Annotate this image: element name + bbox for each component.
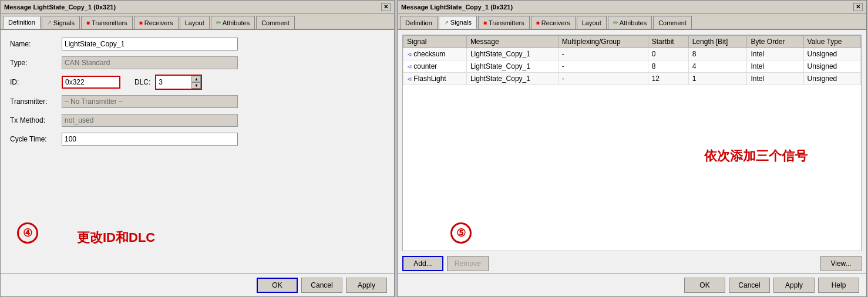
left-tab-attributes-label: Attributes [223, 19, 250, 26]
dlc-increment-button[interactable]: ▲ [191, 76, 201, 82]
transmitter-row: Transmitter: [10, 95, 385, 109]
right-annotation-number: ⑤ [456, 227, 466, 239]
dlc-label: DLC: [134, 78, 150, 86]
transmitter-input[interactable] [62, 95, 238, 108]
dlc-spinner-wrapper: ▲ ▼ [155, 75, 202, 90]
table-row[interactable]: ⊲ counter LightState_Copy_1 - 8 4 Intel … [403, 60, 861, 73]
right-tab-comment-label: Comment [658, 19, 687, 26]
byte-order-cell: Intel [747, 48, 803, 60]
type-label: Type: [10, 59, 57, 67]
right-tab-receivers-label: Receivers [541, 19, 570, 26]
mux-cell: - [558, 73, 648, 85]
message-cell: LightState_Copy_1 [466, 60, 558, 73]
cycle-time-input[interactable] [62, 133, 238, 146]
name-row: Name: [10, 37, 385, 51]
right-title-bar: Message LightState_Copy_1 (0x321) ✕ [398, 1, 866, 14]
right-bottom-bar: OK Cancel Apply Help [398, 274, 866, 296]
left-tab-receivers-label: Receivers [144, 19, 173, 26]
left-tab-definition[interactable]: Definition [3, 16, 41, 29]
right-tab-layout-label: Layout [582, 19, 601, 26]
startbit-cell: 0 [648, 48, 688, 60]
view-button[interactable]: View... [820, 256, 862, 271]
table-row[interactable]: ⊲ FlashLight LightState_Copy_1 - 12 1 In… [403, 73, 861, 85]
attr-icon-left: ✏ [216, 19, 221, 26]
table-header-row: Signal Message Multiplexing/Group Startb… [403, 36, 861, 48]
col-signal: Signal [403, 36, 467, 48]
tx-method-input[interactable] [62, 114, 238, 127]
receiver-icon-left: ■ [139, 19, 143, 26]
right-content: Signal Message Multiplexing/Group Startb… [398, 30, 866, 296]
tx-method-label: Tx Method: [10, 116, 57, 124]
length-cell: 8 [688, 48, 747, 60]
remove-button[interactable]: Remove [447, 256, 489, 271]
dlc-input[interactable] [156, 76, 191, 89]
right-apply-button[interactable]: Apply [773, 278, 815, 293]
left-bottom-bar: OK Cancel Apply [1, 274, 394, 296]
value-type-cell: Unsigned [803, 48, 860, 60]
left-title: Message LightState_Copy_1 (0x321) [4, 4, 116, 11]
right-close-button[interactable]: ✕ [853, 3, 863, 11]
name-label: Name: [10, 40, 57, 48]
right-action-bar: Add... Remove View... [398, 254, 866, 274]
left-annotation-number: ④ [23, 227, 32, 239]
length-cell: 4 [688, 60, 747, 73]
add-button[interactable]: Add... [402, 256, 443, 271]
right-tab-definition[interactable]: Definition [400, 16, 438, 29]
left-tab-receivers[interactable]: ■ Receivers [134, 16, 179, 29]
right-tab-layout[interactable]: Layout [577, 16, 607, 29]
table-row[interactable]: ⊲ checksum LightState_Copy_1 - 0 8 Intel… [403, 48, 861, 60]
left-ok-button[interactable]: OK [257, 278, 298, 293]
id-dlc-row: ID: DLC: ▲ ▼ [10, 75, 385, 90]
left-tab-signals-label: Signals [53, 19, 75, 26]
left-tab-transmitters-label: Transmitters [92, 19, 127, 26]
byte-order-cell: Intel [747, 73, 803, 85]
dlc-decrement-button[interactable]: ▼ [191, 82, 201, 89]
left-cancel-button[interactable]: Cancel [301, 278, 342, 293]
tx-method-row: Tx Method: [10, 113, 385, 127]
col-value-type: Value Type [803, 36, 860, 48]
left-form-content: Name: Type: ID: DLC: ▲ ▼ Transmitter: [1, 30, 394, 274]
startbit-cell: 8 [648, 60, 688, 73]
left-tab-comment[interactable]: Comment [256, 16, 295, 29]
right-title: Message LightState_Copy_1 (0x321) [401, 4, 513, 11]
right-cancel-button[interactable]: Cancel [729, 278, 770, 293]
signal-table-container: Signal Message Multiplexing/Group Startb… [402, 35, 862, 251]
id-input[interactable] [62, 76, 120, 89]
type-input[interactable] [62, 56, 238, 69]
right-tab-transmitters[interactable]: ■ Transmitters [478, 16, 530, 29]
transmitter-icon-left: ■ [86, 19, 90, 26]
left-apply-button[interactable]: Apply [346, 278, 387, 293]
left-close-button[interactable]: ✕ [381, 3, 391, 11]
left-annotation-circle: ④ [17, 222, 38, 244]
right-help-button[interactable]: Help [818, 278, 859, 293]
right-panel: Message LightState_Copy_1 (0x321) ✕ Defi… [397, 0, 867, 297]
attr-icon-right: ✏ [613, 19, 618, 26]
transmitter-icon-right: ■ [483, 19, 487, 26]
cycle-time-label: Cycle Time: [10, 135, 57, 143]
right-tab-comment[interactable]: Comment [653, 16, 692, 29]
right-tab-attributes-label: Attributes [620, 19, 647, 26]
mux-cell: - [558, 48, 648, 60]
signal-icon-left: ↗ [47, 19, 52, 26]
left-tab-layout[interactable]: Layout [180, 16, 210, 29]
left-tab-attributes[interactable]: ✏ Attributes [211, 16, 255, 29]
left-action-buttons: Add... Remove [402, 256, 489, 271]
right-tab-signals-label: Signals [450, 19, 472, 26]
startbit-cell: 12 [648, 73, 688, 85]
right-ok-button[interactable]: OK [684, 278, 725, 293]
receiver-icon-right: ■ [536, 19, 540, 26]
value-type-cell: Unsigned [803, 60, 860, 73]
name-input[interactable] [62, 38, 238, 50]
left-tab-definition-label: Definition [8, 19, 35, 26]
signal-table: Signal Message Multiplexing/Group Startb… [403, 35, 861, 85]
left-tab-signals[interactable]: ↗ Signals [42, 16, 80, 29]
left-tab-transmitters[interactable]: ■ Transmitters [81, 16, 133, 29]
right-annotation-circle: ⑤ [450, 222, 472, 244]
left-tab-comment-label: Comment [261, 19, 290, 26]
right-tab-signals[interactable]: ↗ Signals [439, 16, 477, 29]
signal-icon-right: ↗ [444, 19, 449, 26]
mux-cell: - [558, 60, 648, 73]
right-tab-attributes[interactable]: ✏ Attributes [608, 16, 652, 29]
right-tab-receivers[interactable]: ■ Receivers [531, 16, 576, 29]
right-action-buttons: View... [820, 256, 862, 271]
